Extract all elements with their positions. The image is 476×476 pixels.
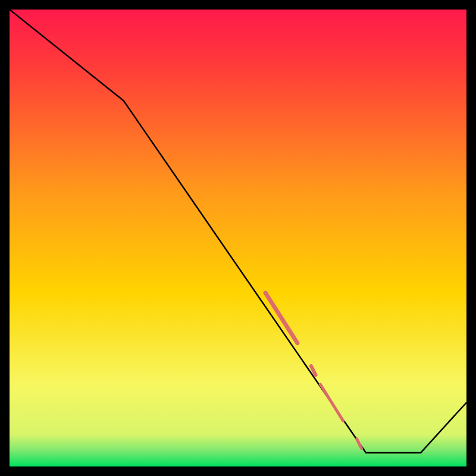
chart-frame: TheBottleneck.com xyxy=(10,10,466,466)
gradient-background xyxy=(10,10,466,466)
bottleneck-chart xyxy=(10,10,466,466)
